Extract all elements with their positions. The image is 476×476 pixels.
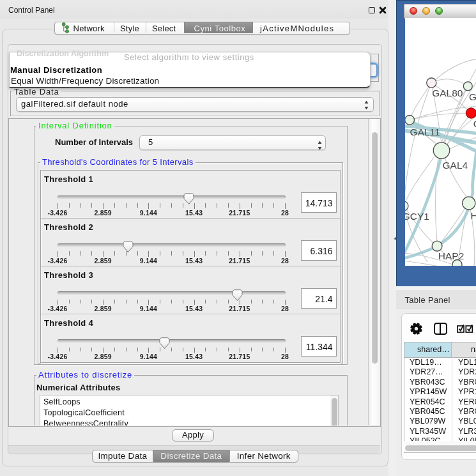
svg-text:GAL11: GAL11 <box>410 127 440 137</box>
svg-text:GCY1: GCY1 <box>405 211 429 222</box>
svg-text:HAP2: HAP2 <box>438 250 464 261</box>
svg-text:GA: GA <box>469 91 476 102</box>
svg-text:GAL80: GAL80 <box>432 88 463 98</box>
svg-text:H: H <box>471 210 476 221</box>
svg-text:G: G <box>473 118 476 129</box>
svg-text:GAL4: GAL4 <box>443 160 468 171</box>
